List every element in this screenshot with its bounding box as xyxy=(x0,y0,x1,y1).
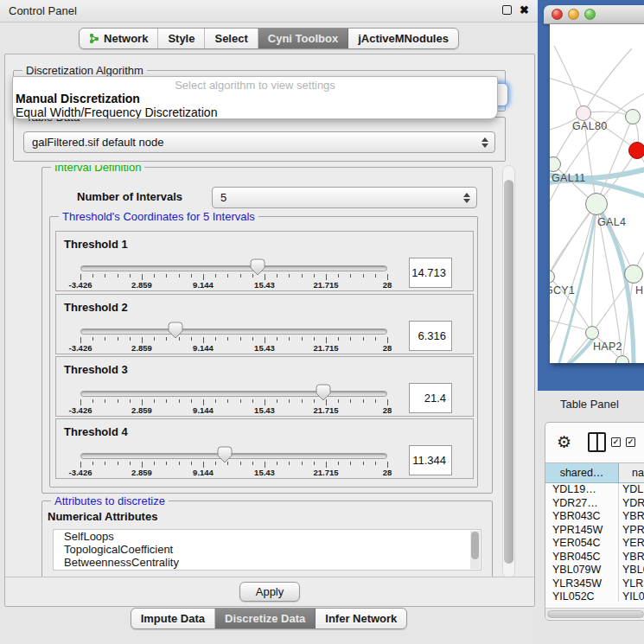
threshold-2-label: Threshold 2 xyxy=(64,301,128,314)
threshold-2-box: Threshold 2 -3.426 2.859 9.144 15.43 xyxy=(55,294,474,354)
threshold-3-slider-thumb[interactable] xyxy=(316,384,331,401)
network-window-titlebar[interactable] xyxy=(544,5,644,24)
threshold-1-label: Threshold 1 xyxy=(64,238,128,251)
float-window-icon[interactable] xyxy=(502,5,512,15)
threshold-1-slider[interactable] xyxy=(80,265,387,271)
network-canvas[interactable]: GAL80 GA C GAL11 GAL4 GCY1 H HAP2 xyxy=(550,24,644,363)
node-red[interactable] xyxy=(628,142,644,159)
settings-gear-icon[interactable]: ⚙ xyxy=(557,434,571,450)
scrollbar-thumb[interactable] xyxy=(547,610,644,618)
top-tab-bar: Network Style Select Cyni Toolbox jActiv… xyxy=(0,28,538,49)
close-panel-icon[interactable]: ✖ xyxy=(520,5,529,15)
threshold-3-tick-labels: -3.426 2.859 9.144 15.43 21.715 28 xyxy=(80,405,387,415)
tab-jactivemnodules[interactable]: jActiveMNodules xyxy=(348,29,458,48)
threshold-4-slider[interactable] xyxy=(80,453,387,459)
list-item[interactable]: TopologicalCoefficient xyxy=(54,543,481,556)
right-region: GAL80 GA C GAL11 GAL4 GCY1 H HAP2 Table … xyxy=(538,0,644,644)
table-row[interactable]: YER054CYER0 xyxy=(545,537,644,551)
algorithm-hint: Select algorithm to view settings xyxy=(13,79,497,92)
network-icon xyxy=(89,33,99,44)
attributes-group-title: Attributes to discretize xyxy=(51,494,169,507)
threshold-2-slider-thumb[interactable] xyxy=(168,322,183,339)
minimize-window-icon[interactable] xyxy=(568,9,579,20)
table-row[interactable]: YIL052CYIL0 xyxy=(545,590,644,602)
node-label-h: H xyxy=(635,284,643,296)
list-item[interactable]: SelfLoops xyxy=(54,530,481,543)
threshold-3-box: Threshold 3 -3.426 2.859 9.144 15.43 xyxy=(55,356,474,417)
table-row[interactable]: YBL079WYBL0 xyxy=(545,564,644,577)
threshold-2-value-field[interactable]: 6.316 xyxy=(409,321,452,351)
threshold-1-box: Threshold 1 -3.426 2.859 9.144 15.43 xyxy=(55,231,474,291)
threshold-3-label: Threshold 3 xyxy=(64,363,128,376)
apply-row: Apply xyxy=(5,577,534,606)
discretization-algorithm-title: Discretization Algorithm xyxy=(22,64,147,77)
threshold-4-label: Threshold 4 xyxy=(64,425,128,438)
table-data-combobox[interactable]: galFiltered.sif default node xyxy=(23,131,495,153)
tab-impute-data[interactable]: Impute Data xyxy=(131,609,215,628)
node-label-hap2: HAP2 xyxy=(593,341,622,353)
threshold-4-slider-thumb[interactable] xyxy=(217,446,233,463)
node-label-gal80: GAL80 xyxy=(572,120,607,132)
network-view-window[interactable]: GAL80 GA C GAL11 GAL4 GCY1 H HAP2 xyxy=(544,5,644,363)
table-horizontal-scrollbar[interactable] xyxy=(545,608,644,619)
threshold-4-box: Threshold 4 -3.426 2.859 9.144 15.43 xyxy=(55,418,474,479)
threshold-4-value-field[interactable]: 11.344 xyxy=(409,445,452,475)
scrollbar-thumb[interactable] xyxy=(504,180,513,564)
panel-title: Control Panel xyxy=(9,4,77,17)
table-panel-title: Table Panel xyxy=(560,398,619,411)
threshold-3-slider[interactable] xyxy=(80,391,387,397)
table-panel-card: ⚙ ✓ ✓ shared… na YDL19…YDL1 YDR27…YDR2 Y… xyxy=(545,422,644,621)
tab-infer-network[interactable]: Infer Network xyxy=(316,609,406,628)
settings-scroll-area: Interval Definition Number of Intervals … xyxy=(5,165,500,578)
node-h[interactable] xyxy=(624,265,643,284)
tab-discretize-data[interactable]: Discretize Data xyxy=(215,609,316,628)
node-label-gal11: GAL11 xyxy=(552,172,586,184)
threshold-2-slider[interactable] xyxy=(80,328,387,335)
table-data-value: galFiltered.sif default node xyxy=(32,136,477,149)
columns-icon[interactable] xyxy=(588,432,606,452)
close-window-icon[interactable] xyxy=(552,9,563,20)
node-table: shared… na YDL19…YDL1 YDR27…YDR2 YBR043C… xyxy=(545,462,644,602)
table-row[interactable]: YDL19…YDL1 xyxy=(545,483,644,497)
settings-vertical-scrollbar[interactable] xyxy=(502,165,515,578)
node-label-gcy1: GCY1 xyxy=(550,284,575,296)
checkbox-icon[interactable]: ✓ xyxy=(611,437,621,447)
apply-button[interactable]: Apply xyxy=(239,582,301,602)
number-of-intervals-combobox[interactable]: 5 xyxy=(212,187,477,208)
thresholds-group: Threshold's Coordinates for 5 Intervals … xyxy=(49,216,478,488)
table-toolbar: ⚙ ✓ ✓ xyxy=(545,423,644,461)
combo-stepper-icon xyxy=(477,137,493,148)
option-manual-discretization[interactable]: Manual Discretization xyxy=(13,92,497,105)
tab-style[interactable]: Style xyxy=(158,29,205,48)
table-row[interactable]: YLR345WYLR3 xyxy=(545,577,644,591)
checkbox-icon[interactable]: ✓ xyxy=(626,437,635,447)
column-header-shared-name[interactable]: shared… xyxy=(545,463,619,482)
node-hap2[interactable] xyxy=(585,326,599,340)
table-header-row: shared… na xyxy=(545,462,644,483)
list-item[interactable]: BetweennessCentrality xyxy=(54,556,481,569)
node-gal80[interactable] xyxy=(576,105,591,121)
column-header-name[interactable]: na xyxy=(619,463,644,482)
table-row[interactable]: YPR145WYPR1 xyxy=(545,524,644,538)
option-equal-width-frequency[interactable]: Equal Width/Frequency Discretization xyxy=(13,105,497,119)
combo-stepper-icon xyxy=(459,193,475,203)
attributes-group: Attributes to discretize Numerical Attri… xyxy=(41,501,493,578)
node-label-gal4: GAL4 xyxy=(597,216,626,228)
number-of-intervals-label: Number of Intervals xyxy=(77,190,182,203)
tab-cyni-toolbox[interactable]: Cyni Toolbox xyxy=(258,29,348,48)
table-row[interactable]: YBR045CYBR0 xyxy=(545,551,644,564)
zoom-window-icon[interactable] xyxy=(584,9,596,20)
attributes-list-scrollbar[interactable] xyxy=(470,531,480,569)
threshold-3-value-field[interactable]: 21.4 xyxy=(409,383,452,413)
threshold-1-value-field[interactable]: 14.713 xyxy=(409,258,452,288)
threshold-1-slider-thumb[interactable] xyxy=(250,258,265,276)
tab-network[interactable]: Network xyxy=(80,29,158,48)
tab-select[interactable]: Select xyxy=(205,29,258,48)
table-row[interactable]: YBR043CYBR0 xyxy=(545,510,644,524)
cyni-toolbox-panel: Discretization Algorithm Select algorith… xyxy=(4,54,535,607)
table-row[interactable]: YDR27…YDR2 xyxy=(545,497,644,511)
node-bottom[interactable] xyxy=(615,355,629,363)
table-panel: Table Panel ⚙ ✓ ✓ shared… na YDL19…YDL1 … xyxy=(538,391,644,644)
node-gal4[interactable] xyxy=(585,193,608,215)
node-unlabeled[interactable] xyxy=(625,109,641,124)
